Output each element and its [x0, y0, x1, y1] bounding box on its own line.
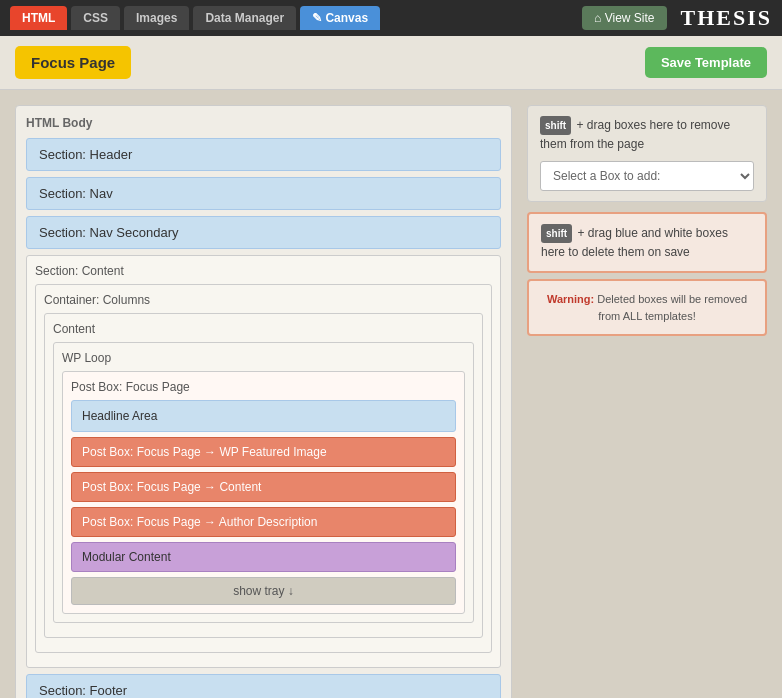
section-footer[interactable]: Section: Footer	[26, 674, 501, 698]
headline-area[interactable]: Headline Area	[71, 400, 456, 432]
main-content: HTML Body Section: Header Section: Nav S…	[0, 90, 782, 698]
section-nav[interactable]: Section: Nav	[26, 177, 501, 210]
post-box-author-description[interactable]: Post Box: Focus Page → Author Descriptio…	[71, 507, 456, 537]
content-box: Content WP Loop Post Box: Focus Page Hea…	[44, 313, 483, 638]
tab-css[interactable]: CSS	[71, 6, 120, 30]
warning-text: Warning: Deleted boxes will be removed f…	[541, 291, 753, 324]
warning-box: Warning: Deleted boxes will be removed f…	[527, 279, 767, 336]
shift-drag-info-box: shift + drag boxes here to remove them f…	[527, 105, 767, 202]
show-tray-button[interactable]: show tray ↓	[71, 577, 456, 605]
container-label: Container: Columns	[44, 293, 483, 307]
header-bar: Focus Page Save Template	[0, 36, 782, 90]
html-body-label: HTML Body	[26, 116, 501, 130]
container-columns: Container: Columns Content WP Loop Post …	[35, 284, 492, 653]
shift-badge-2: shift	[541, 224, 572, 243]
tab-canvas[interactable]: Canvas	[300, 6, 380, 30]
post-box-content[interactable]: Post Box: Focus Page → Content	[71, 472, 456, 502]
tab-images[interactable]: Images	[124, 6, 189, 30]
add-box-select[interactable]: Select a Box to add:	[540, 161, 754, 191]
section-content-label: Section: Content	[35, 264, 492, 278]
content-label: Content	[53, 322, 474, 336]
section-header[interactable]: Section: Header	[26, 138, 501, 171]
post-box-featured-image[interactable]: Post Box: Focus Page → WP Featured Image	[71, 437, 456, 467]
wp-loop-label: WP Loop	[62, 351, 465, 365]
shift-badge-1: shift	[540, 116, 571, 135]
section-content: Section: Content Container: Columns Cont…	[26, 255, 501, 668]
post-box: Post Box: Focus Page Headline Area Post …	[62, 371, 465, 614]
left-panel: HTML Body Section: Header Section: Nav S…	[15, 105, 512, 698]
thesis-logo: THESIS	[681, 5, 773, 31]
section-nav-secondary[interactable]: Section: Nav Secondary	[26, 216, 501, 249]
tab-datamanager[interactable]: Data Manager	[193, 6, 296, 30]
focus-page-button[interactable]: Focus Page	[15, 46, 131, 79]
warning-label: Warning:	[547, 293, 594, 305]
save-template-button[interactable]: Save Template	[645, 47, 767, 78]
right-panel: shift + drag boxes here to remove them f…	[527, 105, 767, 698]
view-site-button[interactable]: ⌂ View Site	[582, 6, 666, 30]
modular-content-box[interactable]: Modular Content	[71, 542, 456, 572]
post-box-label: Post Box: Focus Page	[71, 380, 456, 394]
wp-loop-box: WP Loop Post Box: Focus Page Headline Ar…	[53, 342, 474, 623]
delete-info-box: shift + drag blue and white boxes here t…	[527, 212, 767, 273]
tab-html[interactable]: HTML	[10, 6, 67, 30]
warning-message: Deleted boxes will be removed from ALL t…	[597, 293, 747, 322]
top-nav-bar: HTML CSS Images Data Manager Canvas ⌂ Vi…	[0, 0, 782, 36]
select-box-container: Select a Box to add:	[540, 161, 754, 191]
